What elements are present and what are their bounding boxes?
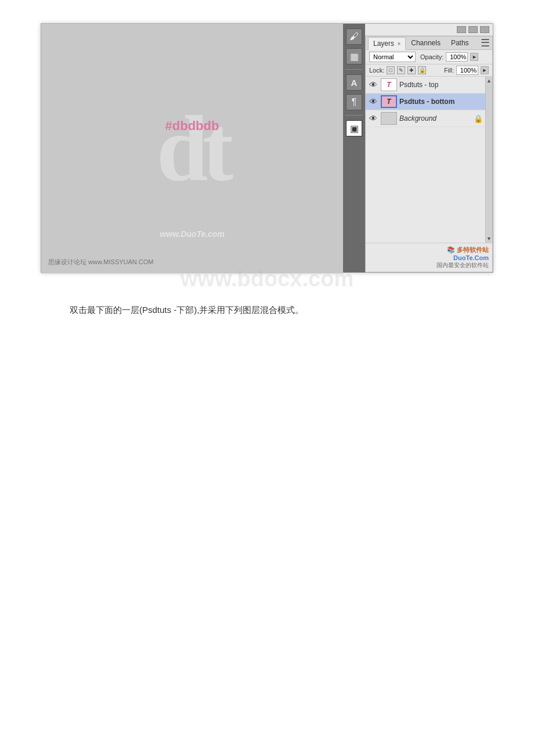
lock-icon-brush[interactable]: ✎: [397, 66, 405, 74]
layer-thumb-bg: [381, 112, 397, 125]
toolbar-strip: 🖌 ▦ A ¶ ▣: [343, 24, 365, 272]
right-panel: Layers × Channels Paths ☰ Normal Mul: [365, 24, 493, 272]
layer-name-bottom: Psdtuts - bottom: [399, 98, 483, 106]
layer-thumb-top: T: [381, 78, 397, 91]
lock-icon-all[interactable]: 🔒: [418, 66, 426, 74]
layer-thumb-bottom: T: [381, 95, 397, 108]
lock-icon-move[interactable]: ✚: [407, 66, 416, 74]
layer-name-top: Psdtuts - top: [399, 81, 483, 89]
blend-mode-row: Normal Multiply Screen Opacity: ►: [366, 50, 492, 64]
layer-name-bg: Background: [399, 114, 471, 123]
layer-eye-bg[interactable]: 👁: [368, 114, 378, 123]
wm-logo-en: DuoTe.Com: [453, 254, 489, 261]
layer-eye-top[interactable]: 👁: [368, 80, 378, 89]
canvas-footer: 思缘设计论坛 www.MISSYUAN.COM: [48, 258, 154, 267]
panel-watermark: 📚 多特软件站 DuoTe.Com 国内最安全的软件站: [366, 243, 492, 272]
canvas-area: dt #dbdbdb www.DuoTe.com 思缘设计论坛 www.MISS…: [41, 24, 343, 273]
screenshot-container: dt #dbdbdb www.DuoTe.com 思缘设计论坛 www.MISS…: [41, 23, 493, 273]
layers-panel: Layers × Channels Paths ☰ Normal Mul: [365, 36, 493, 272]
fill-arrow[interactable]: ►: [481, 66, 489, 74]
tab-channels[interactable]: Channels: [406, 37, 446, 49]
lock-fill-row: Lock: □ ✎ ✚ 🔒 Fill: ►: [366, 64, 492, 77]
layer-lock-icon: 🔒: [474, 114, 483, 123]
description-text: 双击最下面的一层(Psdtuts -下部),并采用下列图层混合模式。: [35, 302, 499, 318]
opacity-input[interactable]: [446, 52, 468, 62]
panel-icon-2[interactable]: [468, 26, 478, 33]
wm-sub-text: 国内最安全的软件站: [436, 261, 489, 269]
tab-paths[interactable]: Paths: [446, 37, 474, 49]
layer-item-top[interactable]: 👁 T Psdtuts - top: [366, 77, 485, 93]
scroll-down[interactable]: ▼: [486, 235, 492, 243]
tool-paragraph[interactable]: ¶: [346, 94, 362, 110]
scroll-up[interactable]: ▲: [486, 77, 492, 85]
tool-separator: [345, 69, 363, 70]
panel-menu-icon[interactable]: ☰: [481, 37, 490, 49]
layer-scrollbar[interactable]: ▲ ▼: [485, 77, 492, 243]
canvas-color-text: #dbdbdb: [165, 118, 219, 134]
tool-separator-2: [345, 115, 363, 116]
panel-icon-3[interactable]: [480, 26, 489, 33]
layer-item-bottom[interactable]: 👁 T Psdtuts - bottom: [366, 93, 485, 110]
layers-list: 👁 T Psdtuts - top 👁 T Psdtuts - bottom: [366, 77, 485, 243]
tab-layers[interactable]: Layers ×: [368, 37, 406, 50]
fill-label: Fill:: [444, 67, 454, 74]
panel-icon-1[interactable]: [457, 26, 466, 33]
tool-type[interactable]: A: [346, 74, 362, 91]
blend-mode-select[interactable]: Normal Multiply Screen: [369, 52, 416, 62]
description-content: 双击最下面的一层(Psdtuts -下部),并采用下列图层混合模式。: [70, 305, 304, 315]
tool-grid[interactable]: ▦: [346, 48, 362, 64]
panel-topbar: [365, 24, 493, 36]
canvas-bg-letters: dt: [157, 102, 228, 195]
opacity-label: Opacity:: [420, 53, 443, 60]
tool-image[interactable]: ▣: [346, 120, 362, 136]
opacity-arrow[interactable]: ►: [470, 53, 478, 61]
tool-magic[interactable]: 🖌: [346, 28, 362, 45]
layers-tabs: Layers × Channels Paths ☰: [366, 37, 492, 50]
page-wrapper: dt #dbdbdb www.DuoTe.com 思缘设计论坛 www.MISS…: [0, 0, 534, 756]
fill-input[interactable]: [456, 66, 478, 75]
layer-item-background[interactable]: 👁 Background 🔒: [366, 110, 485, 127]
lock-label: Lock:: [369, 67, 384, 74]
wm-logo-text: 📚 多特软件站: [447, 246, 489, 254]
tab-layers-close[interactable]: ×: [397, 41, 400, 47]
canvas-watermark: www.DuoTe.com: [160, 229, 225, 239]
layer-eye-bottom[interactable]: 👁: [368, 97, 378, 106]
page-watermark-container: www.bdocx.com: [35, 273, 499, 285]
lock-icon-transparent[interactable]: □: [387, 66, 395, 74]
